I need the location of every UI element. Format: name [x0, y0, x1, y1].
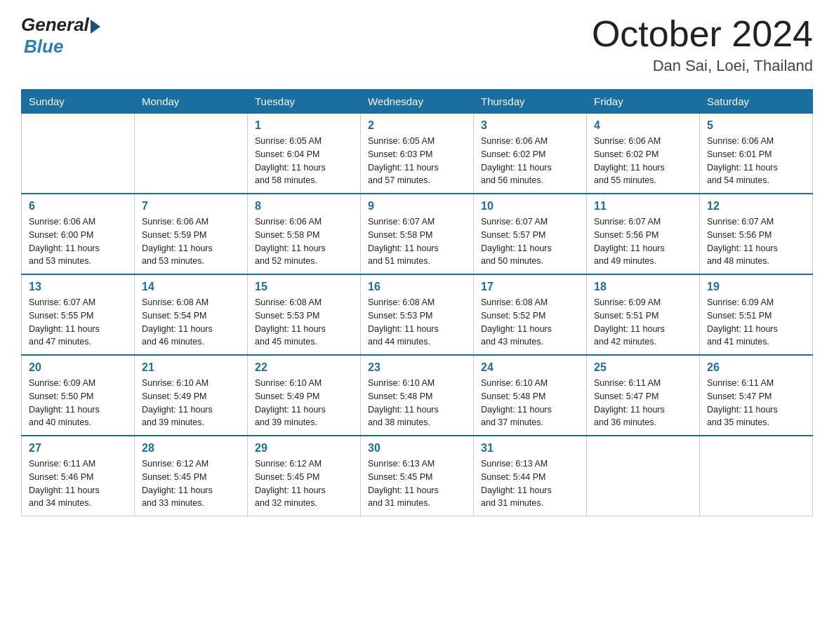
calendar-cell: 24Sunrise: 6:10 AMSunset: 5:48 PMDayligh… — [474, 355, 587, 436]
calendar-table: SundayMondayTuesdayWednesdayThursdayFrid… — [21, 89, 813, 516]
day-number: 14 — [142, 281, 240, 293]
calendar-cell — [22, 114, 135, 194]
logo-general-text: General — [21, 14, 89, 36]
day-number: 15 — [255, 281, 353, 293]
calendar-cell: 19Sunrise: 6:09 AMSunset: 5:51 PMDayligh… — [700, 274, 813, 355]
day-info: Sunrise: 6:12 AMSunset: 5:45 PMDaylight:… — [142, 457, 240, 510]
day-info: Sunrise: 6:07 AMSunset: 5:55 PMDaylight:… — [29, 296, 127, 349]
calendar-cell: 7Sunrise: 6:06 AMSunset: 5:59 PMDaylight… — [135, 194, 248, 274]
calendar-cell: 9Sunrise: 6:07 AMSunset: 5:58 PMDaylight… — [361, 194, 474, 274]
day-number: 13 — [29, 281, 127, 293]
day-info: Sunrise: 6:10 AMSunset: 5:49 PMDaylight:… — [255, 377, 353, 429]
calendar-cell: 5Sunrise: 6:06 AMSunset: 6:01 PMDaylight… — [700, 114, 813, 194]
day-info: Sunrise: 6:08 AMSunset: 5:52 PMDaylight:… — [481, 296, 579, 349]
day-number: 28 — [142, 442, 240, 455]
calendar-cell: 22Sunrise: 6:10 AMSunset: 5:49 PMDayligh… — [248, 355, 361, 436]
weekday-header-monday: Monday — [135, 90, 248, 114]
day-number: 29 — [255, 442, 353, 455]
day-number: 4 — [594, 119, 692, 132]
calendar-cell: 23Sunrise: 6:10 AMSunset: 5:48 PMDayligh… — [361, 355, 474, 436]
calendar-week-row: 20Sunrise: 6:09 AMSunset: 5:50 PMDayligh… — [22, 355, 813, 436]
calendar-cell: 20Sunrise: 6:09 AMSunset: 5:50 PMDayligh… — [22, 355, 135, 436]
day-number: 17 — [481, 281, 579, 293]
day-number: 7 — [142, 200, 240, 213]
calendar-cell — [135, 114, 248, 194]
day-number: 2 — [368, 119, 466, 132]
day-number: 30 — [368, 442, 466, 455]
day-number: 8 — [255, 200, 353, 213]
weekday-header-sunday: Sunday — [22, 90, 135, 114]
day-number: 18 — [594, 281, 692, 293]
calendar-cell: 21Sunrise: 6:10 AMSunset: 5:49 PMDayligh… — [135, 355, 248, 436]
day-info: Sunrise: 6:05 AMSunset: 6:04 PMDaylight:… — [255, 135, 353, 187]
calendar-week-row: 13Sunrise: 6:07 AMSunset: 5:55 PMDayligh… — [22, 274, 813, 355]
day-number: 19 — [707, 281, 805, 293]
calendar-cell: 1Sunrise: 6:05 AMSunset: 6:04 PMDaylight… — [248, 114, 361, 194]
day-info: Sunrise: 6:09 AMSunset: 5:50 PMDaylight:… — [29, 377, 127, 429]
calendar-cell: 4Sunrise: 6:06 AMSunset: 6:02 PMDaylight… — [587, 114, 700, 194]
day-info: Sunrise: 6:06 AMSunset: 5:58 PMDaylight:… — [255, 215, 353, 268]
calendar-cell: 25Sunrise: 6:11 AMSunset: 5:47 PMDayligh… — [587, 355, 700, 436]
day-number: 26 — [707, 361, 805, 374]
day-info: Sunrise: 6:13 AMSunset: 5:44 PMDaylight:… — [481, 457, 579, 510]
calendar-header: SundayMondayTuesdayWednesdayThursdayFrid… — [22, 90, 813, 114]
day-number: 11 — [594, 200, 692, 213]
day-info: Sunrise: 6:07 AMSunset: 5:58 PMDaylight:… — [368, 215, 466, 268]
logo: General Blue — [21, 14, 100, 58]
day-info: Sunrise: 6:11 AMSunset: 5:47 PMDaylight:… — [707, 377, 805, 429]
day-info: Sunrise: 6:10 AMSunset: 5:48 PMDaylight:… — [368, 377, 466, 429]
day-info: Sunrise: 6:08 AMSunset: 5:53 PMDaylight:… — [368, 296, 466, 349]
day-number: 5 — [707, 119, 805, 132]
weekday-header-wednesday: Wednesday — [361, 90, 474, 114]
calendar-cell: 17Sunrise: 6:08 AMSunset: 5:52 PMDayligh… — [474, 274, 587, 355]
calendar-cell: 16Sunrise: 6:08 AMSunset: 5:53 PMDayligh… — [361, 274, 474, 355]
logo-blue-text: Blue — [24, 36, 63, 57]
day-number: 27 — [29, 442, 127, 455]
day-info: Sunrise: 6:06 AMSunset: 6:00 PMDaylight:… — [29, 215, 127, 268]
calendar-subtitle: Dan Sai, Loei, Thailand — [592, 57, 813, 75]
day-number: 21 — [142, 361, 240, 374]
weekday-header-tuesday: Tuesday — [248, 90, 361, 114]
day-info: Sunrise: 6:08 AMSunset: 5:54 PMDaylight:… — [142, 296, 240, 349]
weekday-header-row: SundayMondayTuesdayWednesdayThursdayFrid… — [22, 90, 813, 114]
calendar-body: 1Sunrise: 6:05 AMSunset: 6:04 PMDaylight… — [22, 114, 813, 516]
day-info: Sunrise: 6:10 AMSunset: 5:48 PMDaylight:… — [481, 377, 579, 429]
day-number: 16 — [368, 281, 466, 293]
title-block: October 2024 Dan Sai, Loei, Thailand — [592, 14, 813, 75]
day-number: 1 — [255, 119, 353, 132]
day-info: Sunrise: 6:07 AMSunset: 5:57 PMDaylight:… — [481, 215, 579, 268]
day-info: Sunrise: 6:06 AMSunset: 6:01 PMDaylight:… — [707, 135, 805, 187]
day-number: 20 — [29, 361, 127, 374]
day-info: Sunrise: 6:09 AMSunset: 5:51 PMDaylight:… — [707, 296, 805, 349]
calendar-cell: 28Sunrise: 6:12 AMSunset: 5:45 PMDayligh… — [135, 436, 248, 516]
calendar-cell: 3Sunrise: 6:06 AMSunset: 6:02 PMDaylight… — [474, 114, 587, 194]
day-number: 9 — [368, 200, 466, 213]
day-info: Sunrise: 6:13 AMSunset: 5:45 PMDaylight:… — [368, 457, 466, 510]
calendar-cell: 31Sunrise: 6:13 AMSunset: 5:44 PMDayligh… — [474, 436, 587, 516]
day-number: 31 — [481, 442, 579, 455]
page-header: General Blue October 2024 Dan Sai, Loei,… — [21, 14, 813, 75]
day-info: Sunrise: 6:12 AMSunset: 5:45 PMDaylight:… — [255, 457, 353, 510]
calendar-cell: 26Sunrise: 6:11 AMSunset: 5:47 PMDayligh… — [700, 355, 813, 436]
day-info: Sunrise: 6:11 AMSunset: 5:46 PMDaylight:… — [29, 457, 127, 510]
weekday-header-friday: Friday — [587, 90, 700, 114]
calendar-cell: 6Sunrise: 6:06 AMSunset: 6:00 PMDaylight… — [22, 194, 135, 274]
day-info: Sunrise: 6:06 AMSunset: 6:02 PMDaylight:… — [594, 135, 692, 187]
day-info: Sunrise: 6:07 AMSunset: 5:56 PMDaylight:… — [707, 215, 805, 268]
calendar-cell: 12Sunrise: 6:07 AMSunset: 5:56 PMDayligh… — [700, 194, 813, 274]
day-info: Sunrise: 6:08 AMSunset: 5:53 PMDaylight:… — [255, 296, 353, 349]
day-info: Sunrise: 6:10 AMSunset: 5:49 PMDaylight:… — [142, 377, 240, 429]
calendar-cell: 13Sunrise: 6:07 AMSunset: 5:55 PMDayligh… — [22, 274, 135, 355]
calendar-cell: 8Sunrise: 6:06 AMSunset: 5:58 PMDaylight… — [248, 194, 361, 274]
day-info: Sunrise: 6:06 AMSunset: 5:59 PMDaylight:… — [142, 215, 240, 268]
day-info: Sunrise: 6:07 AMSunset: 5:56 PMDaylight:… — [594, 215, 692, 268]
calendar-title: October 2024 — [592, 14, 813, 54]
calendar-week-row: 6Sunrise: 6:06 AMSunset: 6:00 PMDaylight… — [22, 194, 813, 274]
calendar-cell: 14Sunrise: 6:08 AMSunset: 5:54 PMDayligh… — [135, 274, 248, 355]
day-number: 23 — [368, 361, 466, 374]
day-number: 6 — [29, 200, 127, 213]
calendar-cell: 15Sunrise: 6:08 AMSunset: 5:53 PMDayligh… — [248, 274, 361, 355]
day-info: Sunrise: 6:05 AMSunset: 6:03 PMDaylight:… — [368, 135, 466, 187]
calendar-cell: 30Sunrise: 6:13 AMSunset: 5:45 PMDayligh… — [361, 436, 474, 516]
day-number: 10 — [481, 200, 579, 213]
